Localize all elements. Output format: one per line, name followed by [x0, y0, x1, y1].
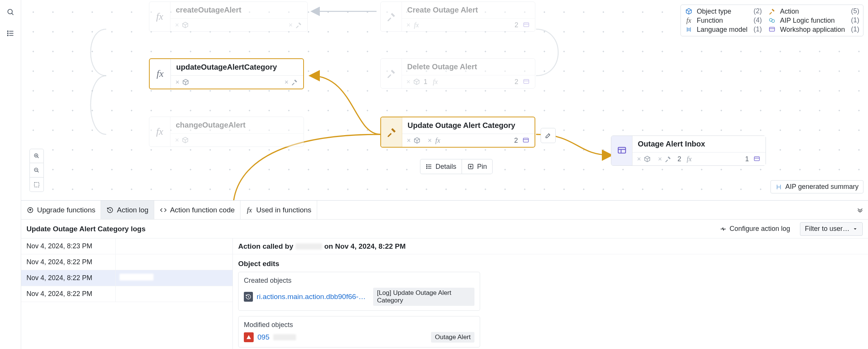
app-icon: [522, 21, 530, 29]
language-model-icon: [685, 25, 693, 34]
node-title: Update Outage Alert Category: [402, 117, 535, 134]
zoom-in-button[interactable]: [29, 149, 44, 163]
tab-upgrade-functions[interactable]: Upgrade functions: [21, 201, 101, 219]
called-by-label: Action called by: [238, 242, 293, 251]
collapse-panel-button[interactable]: [852, 207, 868, 213]
left-rail: [0, 0, 21, 349]
modified-object-tag: Outage Alert: [431, 332, 474, 343]
brain-icon: [768, 16, 776, 25]
cube-icon: [643, 155, 651, 163]
cube-icon: [181, 78, 190, 86]
node-action-update-outage-alert-category[interactable]: Update Outage Alert Category × ×fx 2: [380, 117, 535, 148]
svg-point-19: [426, 168, 427, 169]
object-edits-heading: Object edits: [233, 254, 868, 272]
tab-used-in-functions[interactable]: fx Used in functions: [240, 201, 317, 219]
log-user: [116, 274, 232, 282]
edit-button[interactable]: [541, 128, 556, 143]
app-icon: [753, 155, 761, 163]
app-icon: [522, 78, 530, 86]
log-row[interactable]: Nov 4, 2024, 8:22 PM: [21, 270, 232, 286]
modified-object-link[interactable]: 095: [257, 333, 270, 341]
fx-icon: fx: [149, 117, 170, 146]
aip-summary-chip[interactable]: AIP generated summary: [770, 180, 863, 193]
panel-tabs: Upgrade functions Action log Action func…: [21, 201, 868, 220]
tab-action-function-code[interactable]: Action function code: [154, 201, 240, 219]
configure-action-log-button[interactable]: Configure action log: [715, 222, 795, 236]
history-icon: [106, 206, 114, 214]
svg-line-31: [37, 171, 39, 172]
upgrade-icon: [26, 206, 34, 214]
cube-icon: [181, 136, 189, 144]
graph-canvas[interactable]: fx createOutageAlert × × Create Outage A…: [21, 0, 868, 201]
history-icon: [244, 292, 253, 302]
log-detail: Action called by on Nov 4, 2024, 8:22 PM…: [233, 238, 868, 349]
svg-point-5: [7, 31, 8, 31]
zoom-out-button[interactable]: [29, 163, 44, 178]
tab-label: Action log: [117, 206, 148, 214]
node-action-delete-outage-alert[interactable]: Delete Outage Alert × 1 fx 2: [380, 58, 535, 89]
svg-rect-33: [34, 182, 39, 187]
svg-point-7: [7, 35, 8, 36]
svg-point-0: [8, 9, 12, 14]
list-icon[interactable]: [5, 28, 16, 39]
node-fx-updateOutageAlertCategory[interactable]: fx updateOutageAlertCategory × ×: [149, 58, 304, 89]
log-row[interactable]: Nov 4, 2024, 8:22 PM: [21, 286, 232, 302]
svg-line-1: [11, 13, 13, 15]
node-title: changeOutageAlert: [170, 117, 304, 133]
filter-to-user-select[interactable]: Filter to user…: [800, 222, 863, 236]
code-icon: [160, 206, 167, 214]
logs-title: Update Outage Alert Category logs: [26, 225, 146, 233]
alert-icon: [244, 332, 254, 342]
gavel-icon: [381, 2, 402, 31]
svg-line-27: [37, 157, 39, 158]
log-time: Nov 4, 2024, 8:22 PM: [21, 254, 116, 270]
log-row[interactable]: Nov 4, 2024, 8:22 PM: [21, 254, 232, 270]
svg-rect-10: [524, 79, 529, 84]
called-by-user: [296, 243, 322, 249]
log-list: Nov 4, 2024, 8:23 PM Nov 4, 2024, 8:22 P…: [21, 238, 233, 349]
tab-label: Used in functions: [256, 206, 312, 214]
svg-rect-8: [524, 23, 529, 27]
filter-label: Filter to user…: [805, 225, 849, 233]
legend: Object type (2) Action (5) fxFunction (4…: [680, 5, 863, 36]
gavel-icon: [381, 59, 402, 88]
configure-label: Configure action log: [730, 225, 790, 233]
node-title: createOutageAlert: [170, 2, 307, 18]
created-object-link[interactable]: ri.actions.main.action.dbb90f66-…: [257, 293, 366, 301]
zoom-fit-button[interactable]: [29, 178, 44, 192]
log-time: Nov 4, 2024, 8:22 PM: [21, 286, 116, 302]
search-icon[interactable]: [5, 7, 16, 17]
fx-icon: fx: [149, 2, 170, 31]
tab-label: Action function code: [170, 206, 235, 214]
gavel-icon: [294, 21, 303, 29]
fx-icon: fx: [685, 155, 693, 163]
gavel-icon: [290, 78, 299, 86]
log-row[interactable]: Nov 4, 2024, 8:23 PM: [21, 238, 232, 254]
node-fx-changeOutageAlert[interactable]: fx changeOutageAlert ×: [149, 117, 304, 147]
log-time: Nov 4, 2024, 8:23 PM: [21, 238, 116, 254]
node-title: updateOutageAlertCategory: [171, 59, 303, 75]
log-user: [116, 290, 232, 298]
node-app-outage-alert-inbox[interactable]: Outage Alert Inbox × × 2 fx 1: [611, 136, 766, 166]
fx-icon: fx: [434, 136, 442, 145]
svg-rect-12: [523, 138, 529, 142]
modified-objects-heading: Modified objects: [244, 321, 474, 329]
workshop-app-icon: [768, 25, 776, 34]
fx-icon: fx: [431, 78, 440, 86]
node-fx-createOutageAlert[interactable]: fx createOutageAlert × ×: [149, 2, 308, 32]
details-label: Details: [436, 163, 456, 171]
svg-point-6: [7, 33, 8, 34]
node-title: Delete Outage Alert: [402, 59, 535, 75]
pin-label: Pin: [477, 163, 487, 171]
aip-summary-label: AIP generated summary: [785, 183, 859, 191]
cube-icon: [413, 136, 421, 145]
node-title: Outage Alert Inbox: [632, 136, 766, 152]
details-button[interactable]: Details: [420, 159, 462, 174]
called-on-label: on Nov 4, 2024, 8:22 PM: [324, 242, 406, 251]
node-action-create-outage-alert[interactable]: Create Outage Alert ×fx 2: [380, 2, 535, 32]
tab-action-log[interactable]: Action log: [101, 201, 154, 219]
created-object-tag: [Log] Update Outage Alert Category: [373, 288, 474, 306]
svg-rect-21: [618, 147, 626, 153]
fx-icon: fx: [246, 206, 253, 214]
pin-button[interactable]: Pin: [462, 159, 493, 174]
